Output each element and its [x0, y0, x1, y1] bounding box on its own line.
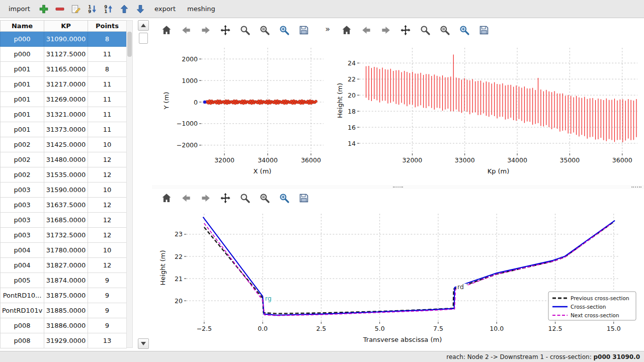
remove-cross-section-button[interactable]	[53, 2, 67, 16]
back-button[interactable]	[179, 191, 193, 205]
table-cell: 31217.0000	[44, 77, 88, 92]
customize-button[interactable]	[457, 23, 471, 37]
scroll-down-button[interactable]	[138, 338, 149, 349]
zoom-button[interactable]	[238, 191, 252, 205]
sort-descending-button[interactable]: 91	[102, 2, 115, 16]
home-icon	[341, 24, 353, 36]
splitter-grip[interactable]	[631, 187, 641, 188]
table-cell: 11	[88, 107, 127, 122]
cross-sections-table: NameKPPoints p00031090.00008p00031127.50…	[0, 20, 127, 348]
pan-button[interactable]	[218, 23, 232, 37]
horizontal-splitter[interactable]	[152, 185, 644, 189]
toolbar-overflow-button[interactable]: »	[325, 25, 330, 33]
table-cell: 31929.0000	[44, 333, 88, 348]
save-button[interactable]	[297, 23, 311, 37]
y-axis-label: Y (m)	[163, 92, 170, 110]
save-button[interactable]	[297, 191, 311, 205]
list-scrollbar-thumb[interactable]	[139, 33, 148, 44]
plan-view-chart[interactable]: 320003400036000−2000−1000010002000X (m)Y…	[153, 40, 332, 183]
table-row[interactable]: p00331590.000010	[1, 183, 127, 198]
table-row[interactable]: p00031090.00008	[1, 32, 127, 47]
table-row[interactable]: p00231480.000012	[1, 152, 127, 167]
edit-cross-section-button[interactable]	[69, 2, 83, 16]
svg-text:36000: 36000	[612, 156, 632, 164]
table-row[interactable]: p00531874.00009	[1, 273, 127, 288]
table-cell: p001	[1, 77, 44, 92]
table-row[interactable]: p00331685.000012	[1, 213, 127, 228]
table-row[interactable]: p00831929.000013	[1, 333, 127, 348]
cross-section-chart[interactable]: −2.50.02.55.07.510.012.515.020212223Tran…	[152, 207, 644, 349]
table-row[interactable]: p00131165.00008	[1, 62, 127, 77]
svg-text:14: 14	[348, 140, 356, 147]
import-menu[interactable]: import	[4, 3, 35, 15]
table-scrollbar-thumb[interactable]	[127, 32, 132, 57]
save-button[interactable]	[477, 23, 491, 37]
column-header-kp[interactable]: KP	[44, 21, 88, 32]
customize-button[interactable]	[277, 23, 291, 37]
splitter-grip[interactable]	[393, 187, 403, 188]
svg-text:0: 0	[194, 99, 198, 106]
add-cross-section-button[interactable]	[37, 2, 51, 16]
pan-button[interactable]	[218, 191, 232, 205]
move-up-button[interactable]	[118, 2, 131, 16]
table-row[interactable]: p00131217.000011	[1, 77, 127, 92]
table-cell: 9	[88, 288, 127, 303]
minus-icon	[54, 4, 65, 15]
svg-text:−2000: −2000	[177, 141, 198, 149]
svg-text:24: 24	[348, 59, 356, 67]
back-button[interactable]	[179, 23, 193, 37]
sort-ascending-button[interactable]: 19	[86, 2, 99, 16]
y-axis-label: Height (m)	[159, 250, 167, 286]
table-row[interactable]: p00231535.000012	[1, 167, 127, 183]
table-cell: 31321.0000	[44, 107, 88, 122]
save-icon	[298, 192, 310, 204]
forward-button[interactable]	[379, 23, 393, 37]
table-row[interactable]: p00831886.00009	[1, 318, 127, 333]
table-row[interactable]: p00431780.000010	[1, 243, 127, 258]
column-header-name[interactable]: Name	[1, 21, 44, 32]
forward-button[interactable]	[199, 191, 213, 205]
column-header-points[interactable]: Points	[88, 21, 127, 32]
svg-text:23: 23	[175, 230, 183, 238]
table-row[interactable]: p00131269.000011	[1, 92, 127, 107]
subplots-button[interactable]	[258, 23, 272, 37]
pan-button[interactable]	[398, 23, 413, 37]
table-row[interactable]: PontRD101v31885.00009	[1, 303, 127, 318]
table-scrollbar[interactable]	[126, 20, 133, 348]
table-cell: p001	[1, 122, 44, 137]
table-cell: p001	[1, 107, 44, 122]
move-down-button[interactable]	[134, 2, 147, 16]
table-cell: 31127.5000	[44, 47, 88, 62]
customize-icon	[458, 24, 470, 36]
table-row[interactable]: p00131373.000011	[1, 122, 127, 137]
cross-section-toolbar	[152, 189, 644, 207]
home-button[interactable]	[159, 23, 174, 37]
table-row[interactable]: p00431827.000012	[1, 258, 127, 273]
table-row[interactable]: p00031127.500011	[1, 47, 127, 62]
back-button[interactable]	[359, 23, 373, 37]
table-row[interactable]: p00331732.500012	[1, 228, 127, 243]
zoom-button[interactable]	[238, 23, 252, 37]
table-cell: p000	[1, 32, 44, 47]
home-button[interactable]	[159, 191, 174, 205]
svg-text:36000: 36000	[301, 156, 321, 164]
longitudinal-profile-chart[interactable]: 3200033000340003500036000141618202224Kp …	[332, 40, 644, 183]
meshing-menu[interactable]: meshing	[183, 3, 220, 15]
table-cell: p004	[1, 243, 44, 258]
forward-button[interactable]	[199, 23, 213, 37]
table-row[interactable]: p00231425.000010	[1, 137, 127, 152]
home-button[interactable]	[340, 23, 354, 37]
table-cell: 10	[88, 137, 127, 152]
table-row[interactable]: p00331637.500012	[1, 198, 127, 213]
table-row[interactable]: p00131321.000011	[1, 107, 127, 122]
table-row[interactable]: PontRD10...31875.00009	[1, 288, 127, 303]
customize-button[interactable]	[277, 191, 291, 205]
y-axis-label: Height (m)	[336, 83, 344, 118]
zoom-button[interactable]	[418, 23, 432, 37]
table-cell: 10	[88, 243, 127, 258]
scroll-up-button[interactable]	[138, 20, 149, 31]
table-cell: 9	[88, 273, 127, 288]
subplots-button[interactable]	[258, 191, 272, 205]
subplots-button[interactable]	[438, 23, 452, 37]
export-menu[interactable]: export	[150, 3, 180, 15]
